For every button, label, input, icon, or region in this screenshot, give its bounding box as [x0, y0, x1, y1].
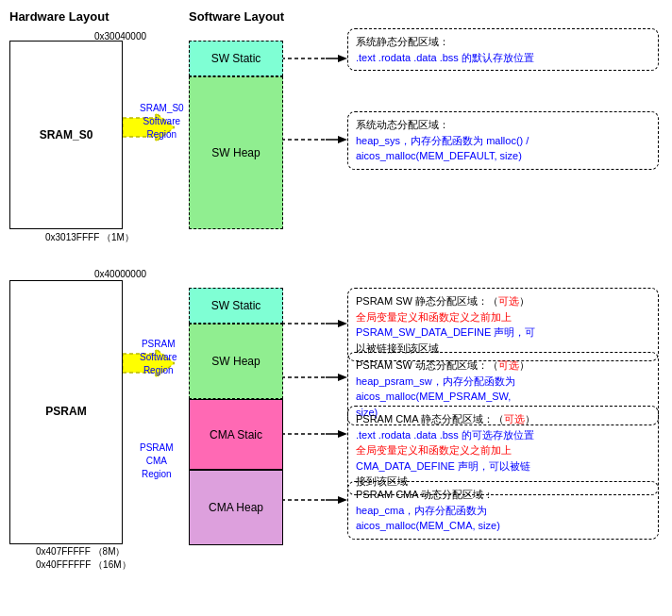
sram-region-label: SRAM_S0SoftwareRegion [140, 102, 184, 142]
psram-label: PSRAM [45, 405, 86, 418]
psram-cma-static-block: CMA Staic [189, 399, 283, 470]
sram-hw-block: SRAM_S0 [9, 41, 123, 229]
svg-marker-5 [338, 136, 347, 143]
svg-marker-14 [338, 430, 347, 438]
psram-sw-heap-block: SW Heap [189, 324, 283, 399]
psram-sw-static-block: SW Static [189, 288, 283, 324]
sram-static-desc: 系统静态分配区域： .text .rodata .data .bss 的默认存放… [347, 28, 659, 71]
svg-marker-11 [338, 374, 347, 381]
sram-label: SRAM_S0 [40, 128, 93, 142]
psram-addr-bottom2: 0x40FFFFFF （16M） [36, 558, 131, 572]
svg-marker-17 [338, 496, 347, 504]
psram-sw-region-label: PSRAMSoftwareRegion [140, 338, 176, 377]
svg-marker-8 [338, 320, 347, 327]
sram-heap-desc: 系统动态分配区域： heap_sys，内存分配函数为 malloc() / ai… [347, 111, 659, 170]
main-layout: Hardware Layout Software Layout 0x300400… [0, 0, 672, 616]
psram-cma-heap-desc: PSRAM CMA 动态分配区域： heap_cma，内存分配函数为 aicos… [347, 481, 659, 540]
psram-addr-bottom1: 0x407FFFFF （8M） [36, 545, 125, 558]
psram-cma-heap-block: CMA Heap [189, 470, 283, 545]
hardware-title: Hardware Layout [9, 9, 109, 24]
software-title: Software Layout [189, 9, 284, 24]
psram-sw-static-desc: PSRAM SW 静态分配区域：（可选） 全局变量定义和函数定义之前加上 PSR… [347, 288, 659, 361]
sram-sw-static-block: SW Static [189, 41, 283, 76]
sram-addr-bottom: 0x3013FFFF （1M） [45, 231, 134, 244]
sram-sw-heap-block: SW Heap [189, 76, 283, 229]
psram-cma-region-label: PSRAMCMARegion [140, 441, 174, 481]
psram-addr-top: 0x40000000 [94, 269, 146, 279]
svg-marker-2 [338, 55, 347, 62]
psram-hw-block: PSRAM [9, 280, 123, 544]
